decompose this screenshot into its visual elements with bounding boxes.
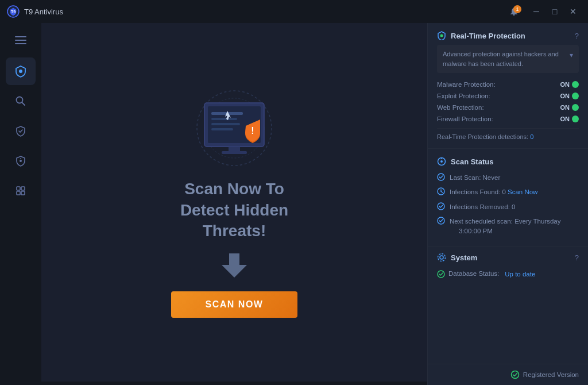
sidebar: [0, 23, 41, 385]
check-circle-icon: [437, 173, 445, 181]
minimize-button[interactable]: ─: [528, 5, 544, 18]
shield-check-icon: [437, 31, 446, 40]
infections-removed-text: Infections Removed: 0: [450, 202, 515, 212]
firewall-protection-row: Firewall Protection: ON: [437, 113, 579, 125]
arrow-head: [222, 265, 247, 278]
scan-now-button[interactable]: SCAN NOW: [171, 291, 298, 318]
registered-check-icon: [510, 370, 520, 379]
svg-point-38: [511, 371, 519, 379]
sidebar-item-privacy[interactable]: [6, 147, 36, 175]
malware-protection-row: Malware Protection: ON: [437, 79, 579, 90]
content-area: ! Scan Now To Detect Hidden Threats! SCA…: [41, 23, 588, 385]
db-check-icon: [437, 270, 445, 278]
titlebar-left: T9 T9 Antivirus: [7, 5, 63, 18]
svg-point-36: [438, 254, 446, 261]
svg-point-35: [440, 256, 443, 259]
svg-point-6: [20, 160, 22, 162]
registered-version-text: Registered Version: [523, 371, 579, 378]
system-help-icon[interactable]: ?: [575, 253, 579, 262]
svg-rect-2: [513, 14, 515, 16]
sidebar-item-scan[interactable]: [6, 87, 36, 115]
svg-text:T9: T9: [11, 10, 16, 14]
malware-toggle-dot: [572, 81, 579, 88]
db-status-label: Database Status:: [448, 269, 499, 279]
svg-text:!: !: [251, 126, 254, 136]
app-icon: T9: [7, 5, 20, 18]
svg-rect-11: [21, 191, 25, 195]
malware-toggle[interactable]: ON: [560, 81, 579, 88]
detection-number: 0: [530, 133, 533, 140]
rtp-help-icon[interactable]: ?: [575, 32, 579, 40]
close-button[interactable]: ✕: [565, 5, 581, 18]
web-toggle-dot: [572, 104, 579, 111]
system-section: System ? Database Status: Up to date: [428, 247, 588, 287]
privacy-icon: [15, 155, 26, 167]
rtp-description: Advanced protection against hackers and …: [437, 45, 579, 73]
last-scan-row: Last Scan: Never: [437, 171, 579, 185]
system-icon: [437, 253, 446, 262]
rtp-title: Real-Time Protection: [437, 31, 525, 40]
firewall-toggle[interactable]: ON: [560, 116, 579, 122]
malware-label: Malware Protection:: [437, 81, 496, 88]
right-footer: Registered Version: [428, 364, 588, 385]
scan-heading: Scan Now To Detect Hidden Threats!: [180, 179, 288, 241]
svg-line-5: [22, 103, 25, 106]
hamburger-line: [15, 40, 26, 41]
next-scan-row: Next scheduled scan: Every Thursday 3:00…: [437, 214, 579, 239]
right-panel: Real-Time Protection ? Advanced protecti…: [427, 23, 588, 385]
firewall-label: Firewall Protection:: [437, 116, 493, 122]
exploit-protection-row: Exploit Protection: ON: [437, 90, 579, 102]
svg-point-4: [17, 97, 23, 103]
exploit-label: Exploit Protection:: [437, 93, 490, 99]
svg-line-32: [441, 191, 443, 192]
svg-rect-8: [17, 187, 20, 190]
web-protection-row: Web Protection: ON: [437, 102, 579, 113]
main-container: ! Scan Now To Detect Hidden Threats! SCA…: [0, 23, 588, 385]
system-header: System ?: [437, 253, 579, 262]
maximize-button[interactable]: □: [547, 5, 563, 18]
scan-panel: ! Scan Now To Detect Hidden Threats! SCA…: [41, 23, 427, 385]
scan-status-section: Scan Status Last Scan: Never: [428, 149, 588, 247]
infections-removed-row: Infections Removed: 0: [437, 200, 579, 214]
scan-status-icon: [437, 157, 446, 166]
sidebar-item-home[interactable]: [6, 57, 36, 85]
svg-rect-19: [211, 128, 233, 130]
svg-rect-9: [21, 187, 25, 190]
exploit-toggle[interactable]: ON: [560, 93, 579, 99]
real-time-protection-section: Real-Time Protection ? Advanced protecti…: [428, 23, 588, 149]
infections-found-row: Infections Found: 0 Scan Now: [437, 185, 579, 199]
svg-rect-17: [211, 118, 237, 120]
svg-point-29: [438, 174, 444, 180]
db-status-link[interactable]: Up to date: [505, 271, 535, 278]
system-title: System: [437, 253, 477, 262]
hamburger-menu[interactable]: [9, 30, 32, 51]
shield-icon: [14, 65, 27, 78]
detection-count: Real-Time Protection detections: 0: [437, 128, 579, 140]
notification-button[interactable]: 1: [506, 5, 521, 18]
next-scan-text: Next scheduled scan: Every Thursday 3:00…: [450, 217, 560, 237]
monitor-illustration: !: [177, 87, 292, 179]
arrow-body: [229, 253, 239, 265]
svg-point-37: [438, 271, 444, 278]
svg-rect-10: [17, 191, 20, 195]
sidebar-item-tools[interactable]: [6, 177, 36, 205]
firewall-toggle-dot: [572, 116, 579, 122]
svg-rect-18: [211, 123, 240, 125]
scan-main: ! Scan Now To Detect Hidden Threats! SCA…: [41, 23, 427, 382]
titlebar: T9 T9 Antivirus 1 ─ □ ✕: [0, 0, 588, 23]
titlebar-controls: 1 ─ □ ✕: [506, 5, 581, 18]
infections-found-text: Infections Found: 0 Scan Now: [450, 187, 537, 197]
last-scan-text: Last Scan: Never: [450, 173, 500, 183]
svg-rect-22: [222, 151, 247, 154]
clock-icon: [437, 187, 445, 195]
database-status-row: Database Status: Up to date: [437, 267, 579, 281]
svg-point-34: [438, 217, 444, 224]
chevron-down-icon[interactable]: ▾: [570, 50, 573, 60]
grid-icon: [15, 185, 26, 197]
scan-status-title: Scan Status: [437, 157, 493, 166]
bottom-strip: [41, 382, 427, 385]
scan-now-link[interactable]: Scan Now: [508, 188, 537, 195]
web-toggle[interactable]: ON: [560, 104, 579, 111]
sidebar-item-protection[interactable]: [6, 117, 36, 145]
search-icon: [15, 95, 26, 107]
